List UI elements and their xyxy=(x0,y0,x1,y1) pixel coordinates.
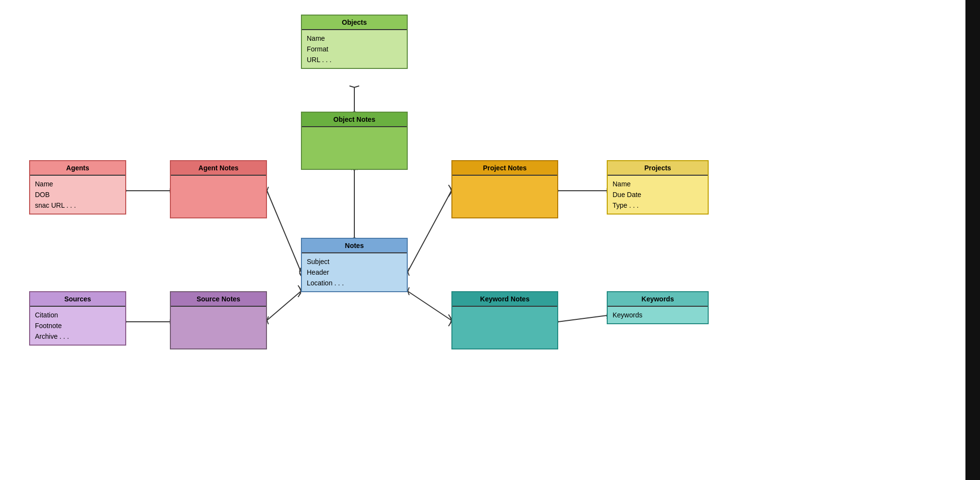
project-notes-entity: Project Notes xyxy=(451,160,558,218)
projects-title: Projects xyxy=(608,161,708,176)
svg-line-24 xyxy=(267,187,268,191)
sources-field-footnote: Footnote xyxy=(35,320,120,331)
svg-line-54 xyxy=(408,291,451,320)
svg-line-25 xyxy=(267,191,268,195)
sources-entity: Sources Citation Footnote Archive . . . xyxy=(29,291,126,346)
svg-line-52 xyxy=(267,316,268,320)
projects-field-name: Name xyxy=(613,179,703,189)
agents-entity: Agents Name DOB snac URL . . . xyxy=(29,160,126,215)
svg-line-3 xyxy=(349,86,354,87)
projects-field-type: Type . . . xyxy=(613,200,703,211)
notes-field-header: Header xyxy=(307,267,402,278)
right-edge-bar xyxy=(965,0,980,480)
keywords-field-keywords: Keywords xyxy=(613,310,703,320)
projects-entity: Projects Name Due Date Type . . . xyxy=(607,160,709,215)
agents-field-name: Name xyxy=(35,179,120,189)
objects-field-name: Name xyxy=(307,33,402,44)
notes-field-subject: Subject xyxy=(307,256,402,267)
object-notes-title: Object Notes xyxy=(302,113,407,127)
keywords-entity: Keywords Keywords xyxy=(607,291,709,324)
object-notes-entity: Object Notes xyxy=(301,112,408,170)
source-notes-entity: Source Notes xyxy=(170,291,267,349)
keyword-notes-entity: Keyword Notes xyxy=(451,291,558,349)
project-notes-title: Project Notes xyxy=(452,161,557,176)
keyword-notes-title: Keyword Notes xyxy=(452,292,557,307)
agents-field-dob: DOB xyxy=(35,189,120,200)
sources-field-archive: Archive . . . xyxy=(35,331,120,342)
diagram-container: Objects Name Format URL . . . Object Not… xyxy=(0,0,980,480)
svg-line-47 xyxy=(267,291,301,320)
objects-field-format: Format xyxy=(307,44,402,54)
svg-line-26 xyxy=(408,191,451,272)
objects-entity: Objects Name Format URL . . . xyxy=(301,15,408,69)
notes-title: Notes xyxy=(302,239,407,253)
connectors-svg xyxy=(0,0,980,480)
notes-field-location: Location . . . xyxy=(307,278,402,288)
agents-field-snac: snac URL . . . xyxy=(35,200,120,211)
keywords-title: Keywords xyxy=(608,292,708,307)
source-notes-title: Source Notes xyxy=(171,292,266,307)
notes-entity: Notes Subject Header Location . . . xyxy=(301,238,408,292)
sources-title: Sources xyxy=(30,292,125,307)
svg-line-53 xyxy=(267,320,268,324)
projects-field-duedate: Due Date xyxy=(613,189,703,200)
agent-notes-title: Agent Notes xyxy=(171,161,266,176)
agent-notes-entity: Agent Notes xyxy=(170,160,267,218)
svg-line-59 xyxy=(408,287,409,291)
objects-field-url: URL . . . xyxy=(307,54,402,65)
objects-title: Objects xyxy=(302,16,407,30)
svg-line-4 xyxy=(354,86,359,87)
svg-line-31 xyxy=(408,268,409,272)
svg-line-60 xyxy=(408,291,409,295)
svg-line-19 xyxy=(267,191,301,272)
svg-line-61 xyxy=(558,315,607,322)
sources-field-citation: Citation xyxy=(35,310,120,320)
svg-line-51 xyxy=(298,293,301,297)
agents-title: Agents xyxy=(30,161,125,176)
svg-line-32 xyxy=(408,272,409,276)
